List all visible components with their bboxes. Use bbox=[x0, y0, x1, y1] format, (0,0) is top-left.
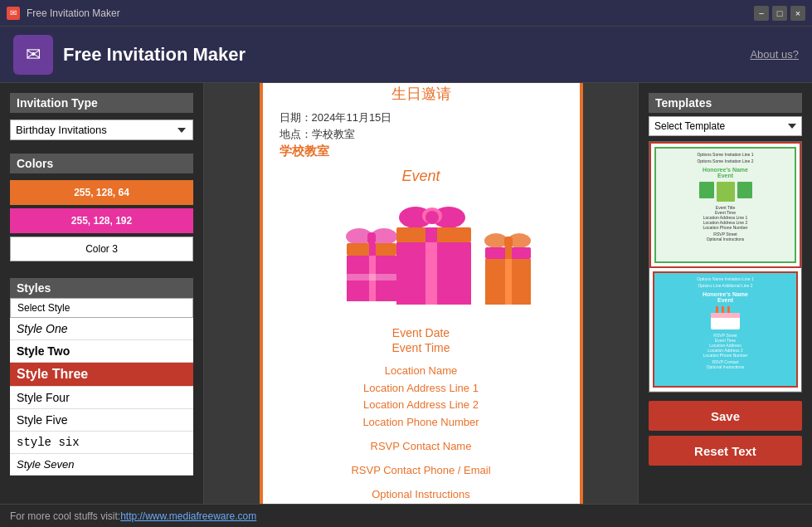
canvas-area: 生日邀请 日期：2024年11月15日 地点：学校教室 学校教室 Event bbox=[204, 83, 638, 504]
colors-section-title: Colors bbox=[10, 154, 193, 173]
style-six-item[interactable]: style six bbox=[10, 432, 193, 454]
card-rsvp-phone: RSVP Contact Phone / Email bbox=[351, 462, 490, 480]
style-seven-item[interactable]: Style Seven bbox=[10, 454, 193, 476]
main-layout: Invitation Type Birthday Invitations Wed… bbox=[0, 83, 812, 504]
template-list[interactable]: Options Some Invitation Line 1 Options S… bbox=[649, 141, 802, 393]
reset-text-button[interactable]: Reset Text bbox=[649, 436, 802, 466]
invitation-type-section-title: Invitation Type bbox=[10, 93, 193, 113]
templates-section: Templates Select Template Options Some I… bbox=[649, 93, 802, 393]
card-venue: 学校教室 bbox=[280, 144, 329, 159]
svg-rect-7 bbox=[347, 274, 396, 281]
gift-illustration bbox=[305, 195, 537, 320]
color1-button[interactable]: 255, 128, 64 bbox=[10, 180, 193, 205]
card-event-date: Event Date bbox=[392, 326, 450, 339]
invitation-type-select[interactable]: Birthday Invitations Wedding Invitations… bbox=[10, 120, 193, 140]
sidebar: Invitation Type Birthday Invitations Wed… bbox=[0, 83, 204, 504]
style-three-item[interactable]: Style Three bbox=[10, 363, 193, 387]
card-optional: Optional Instructions bbox=[372, 486, 470, 504]
template-item-1[interactable]: Options Some Invitation Line 1 Options S… bbox=[649, 142, 801, 268]
styles-section-title: Styles bbox=[10, 278, 193, 298]
select-style-header: Select Style bbox=[10, 298, 193, 318]
style-five-item[interactable]: Style Five bbox=[10, 409, 193, 432]
style-four-item[interactable]: Style Four bbox=[10, 387, 193, 409]
svg-rect-4 bbox=[369, 243, 376, 256]
card-event-label: Event bbox=[401, 168, 440, 185]
save-button[interactable]: Save bbox=[649, 401, 802, 431]
app-title: Free Invitation Maker bbox=[63, 44, 750, 66]
card-title: 生日邀请 bbox=[391, 84, 451, 104]
title-bar-controls: − □ × bbox=[754, 6, 805, 21]
close-button[interactable]: × bbox=[790, 6, 805, 21]
card-location-phone: Location Phone Number bbox=[362, 414, 479, 432]
maximize-button[interactable]: □ bbox=[772, 6, 787, 21]
action-buttons: Save Reset Text bbox=[649, 401, 802, 466]
app-logo: ✉ bbox=[13, 35, 53, 75]
card-location-name: Location Name bbox=[385, 363, 457, 380]
app-header: ✉ Free Invitation Maker About us? bbox=[0, 27, 812, 83]
right-panel: Templates Select Template Options Some I… bbox=[638, 83, 812, 504]
svg-rect-18 bbox=[504, 237, 513, 248]
card-event-time: Event Time bbox=[391, 341, 450, 354]
card-rsvp-name: RSVP Contact Name bbox=[371, 438, 472, 456]
style-two-item[interactable]: Style Two bbox=[10, 340, 193, 363]
card-date-line: 日期：2024年11月15日 bbox=[280, 110, 392, 125]
minimize-button[interactable]: − bbox=[754, 6, 769, 21]
card-location-address2: Location Address Line 2 bbox=[363, 397, 479, 414]
invitation-card: 生日邀请 日期：2024年11月15日 地点：学校教室 学校教室 Event bbox=[260, 83, 583, 504]
status-link[interactable]: http://www.mediafreeware.com bbox=[120, 510, 256, 522]
template-select-dropdown[interactable]: Select Template bbox=[649, 116, 802, 136]
color3-button[interactable]: Color 3 bbox=[10, 237, 193, 261]
svg-rect-22 bbox=[505, 259, 512, 305]
style-one-item[interactable]: Style One bbox=[10, 318, 193, 340]
about-us-link[interactable]: About us? bbox=[750, 48, 799, 61]
colors-section: Colors 255, 128, 64 255, 128, 192 Color … bbox=[10, 154, 193, 265]
templates-title: Templates bbox=[649, 93, 802, 113]
svg-rect-15 bbox=[425, 242, 437, 305]
svg-point-11 bbox=[425, 211, 439, 224]
status-bar: For more cool stuffs visit: http://www.m… bbox=[0, 504, 812, 527]
svg-rect-20 bbox=[505, 247, 512, 259]
color2-button[interactable]: 255, 128, 192 bbox=[10, 208, 193, 233]
card-location-address1: Location Address Line 1 bbox=[363, 380, 479, 398]
svg-rect-13 bbox=[425, 227, 437, 242]
title-bar-text: Free Invitation Maker bbox=[27, 7, 747, 19]
svg-point-16 bbox=[484, 233, 508, 248]
styles-section: Styles Select Style Style One Style Two … bbox=[10, 278, 193, 476]
title-bar: ✉ Free Invitation Maker − □ × bbox=[0, 0, 812, 27]
app-icon: ✉ bbox=[7, 7, 20, 20]
template-item-2[interactable]: Options Name Invitation Line 1 Options L… bbox=[649, 268, 801, 392]
svg-rect-2 bbox=[367, 232, 376, 244]
status-text: For more cool stuffs visit: bbox=[10, 510, 120, 522]
card-location-line: 地点：学校教室 bbox=[280, 127, 355, 142]
